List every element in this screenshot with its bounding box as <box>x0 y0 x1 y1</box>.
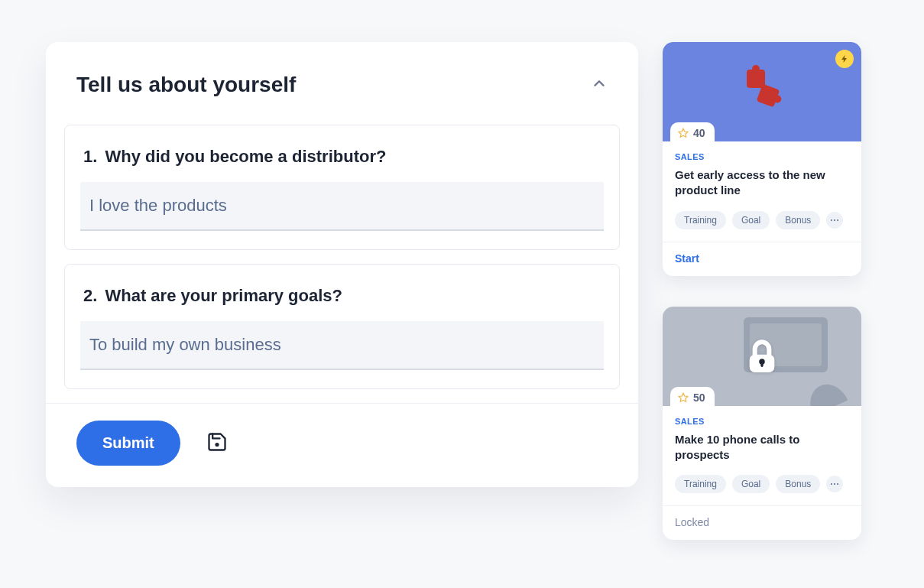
card-body: SALES Make 10 phone calls to prospects T… <box>663 406 861 506</box>
tag[interactable]: Bonus <box>776 211 820 229</box>
lightning-badge-icon <box>835 50 854 68</box>
svg-point-3 <box>834 219 835 220</box>
answer-input[interactable] <box>80 321 604 369</box>
submit-button[interactable]: Submit <box>76 421 180 466</box>
question-text: Why did you become a distributor? <box>105 147 386 166</box>
answer-input[interactable] <box>80 182 604 229</box>
form-header: Tell us about yourself <box>46 42 638 115</box>
svg-point-9 <box>831 483 832 485</box>
card-illustration: 50 <box>663 307 861 406</box>
card-action-start[interactable]: Start <box>675 252 699 265</box>
points-pill: 40 <box>670 122 715 141</box>
tag[interactable]: Goal <box>732 475 770 493</box>
card-footer: Start <box>663 242 861 276</box>
lock-icon <box>741 335 783 378</box>
tag[interactable]: Bonus <box>776 475 820 493</box>
card-illustration: 40 <box>663 42 861 141</box>
question-text: What are your primary goals? <box>105 286 342 305</box>
svg-rect-7 <box>760 362 763 367</box>
star-icon <box>678 128 689 138</box>
tag[interactable]: Training <box>675 475 726 493</box>
question-title: 2. What are your primary goals? <box>83 286 604 306</box>
question-number: 1. <box>83 147 97 166</box>
svg-point-0 <box>215 443 219 447</box>
card-action-locked: Locked <box>675 516 709 528</box>
card-body: SALES Get early access to the new produc… <box>663 141 861 242</box>
dots-horizontal-icon <box>829 215 840 226</box>
svg-point-10 <box>834 483 835 485</box>
card-title: Make 10 phone calls to prospects <box>675 432 849 463</box>
form-card: Tell us about yourself 1. Why did you be… <box>46 42 638 487</box>
save-button[interactable] <box>202 427 232 460</box>
more-tags-button[interactable] <box>826 476 843 492</box>
question-block: 1. Why did you become a distributor? <box>64 125 620 250</box>
more-tags-button[interactable] <box>826 212 843 229</box>
card-category: SALES <box>675 417 849 426</box>
svg-marker-8 <box>679 393 688 401</box>
tag[interactable]: Training <box>675 211 726 229</box>
points-value: 50 <box>693 391 705 404</box>
opportunity-card-locked[interactable]: 50 SALES Make 10 phone calls to prospect… <box>663 307 861 541</box>
dots-horizontal-icon <box>829 479 840 489</box>
form-footer: Submit <box>46 403 638 487</box>
cards-column: 40 SALES Get early access to the new pro… <box>663 42 861 540</box>
answer-field-wrap <box>80 321 604 370</box>
question-block: 2. What are your primary goals? <box>64 264 620 389</box>
star-icon <box>678 392 689 403</box>
svg-point-4 <box>837 219 838 220</box>
opportunity-card[interactable]: 40 SALES Get early access to the new pro… <box>663 42 861 276</box>
svg-marker-1 <box>679 128 688 137</box>
svg-point-11 <box>837 483 838 485</box>
tags-row: Training Goal Bonus <box>675 475 849 493</box>
question-number: 2. <box>83 286 97 305</box>
svg-point-2 <box>831 219 832 220</box>
answer-field-wrap <box>80 182 604 231</box>
card-title: Get early access to the new product line <box>675 167 849 199</box>
question-title: 1. Why did you become a distributor? <box>83 147 604 167</box>
points-value: 40 <box>693 127 705 139</box>
form-title: Tell us about yourself <box>76 73 296 97</box>
tag[interactable]: Goal <box>732 211 770 229</box>
card-category: SALES <box>675 152 849 161</box>
save-icon <box>206 443 228 455</box>
points-pill: 50 <box>670 387 715 406</box>
chevron-up-icon[interactable] <box>591 75 608 95</box>
card-footer: Locked <box>663 505 861 540</box>
tags-row: Training Goal Bonus <box>675 211 849 229</box>
